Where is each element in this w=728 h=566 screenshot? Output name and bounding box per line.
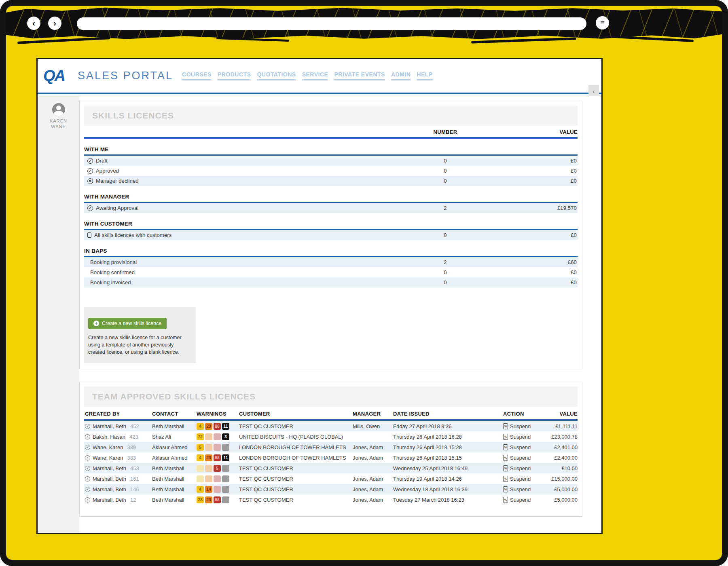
created-by-name: Wane, Karen xyxy=(93,455,123,461)
create-licence-box: + Create a new skills licence Create a n… xyxy=(84,307,196,363)
suspend-action[interactable]: %Suspend xyxy=(503,444,542,450)
back-icon: ‹ xyxy=(32,19,35,28)
licence-ref: 161 xyxy=(130,476,139,482)
created-by-cell: ✓Marshall, Beth12 xyxy=(84,497,152,503)
check-circle-icon: ✓ xyxy=(87,158,93,164)
warning-badge xyxy=(205,465,212,472)
contact-cell: Aklasur Ahmed xyxy=(152,444,197,450)
nav-item-admin[interactable]: ADMIN xyxy=(391,71,411,80)
nav-item-service[interactable]: SERVICE xyxy=(302,71,328,80)
row-value: £19,570 xyxy=(490,205,578,211)
section-title: WITH ME xyxy=(84,146,578,156)
create-skills-licence-button[interactable]: + Create a new skills licence xyxy=(88,318,167,329)
row-label-cell: Booking provisional xyxy=(84,259,401,265)
warning-badge xyxy=(222,486,229,493)
suspend-action[interactable]: %Suspend xyxy=(503,455,542,461)
table-row: ✓Marshall, Beth161Beth MarshallTEST QC C… xyxy=(84,473,578,484)
table-row[interactable]: Booking provisional2£60 xyxy=(84,257,578,267)
manager-cell: Jones, Adam xyxy=(353,497,393,503)
customer-cell: LONDON BOROUGH OF TOWER HAMLETS xyxy=(239,444,353,450)
warning-badge: 23 xyxy=(197,496,204,503)
value-cell: £10.00 xyxy=(542,465,578,471)
forward-icon: › xyxy=(53,19,56,28)
warning-badge: 4 xyxy=(197,486,204,493)
row-label: All skills licences with customers xyxy=(94,232,171,238)
row-label: Draft xyxy=(96,158,108,164)
warnings-cell: 5 xyxy=(197,465,239,472)
warning-badge xyxy=(214,475,221,482)
address-bar[interactable] xyxy=(77,17,586,30)
action-label: Suspend xyxy=(510,476,531,482)
licence-ref: 383 xyxy=(127,455,136,461)
contact-cell: Beth Marshall xyxy=(152,476,197,482)
row-label: Booking provisional xyxy=(90,259,137,265)
user-avatar person-icon[interactable] xyxy=(52,103,65,116)
warning-badge: 88 xyxy=(214,496,221,503)
nav-item-private-events[interactable]: PRIVATE EVENTS xyxy=(334,71,385,80)
suspend-action[interactable]: %Suspend xyxy=(503,423,542,429)
suspend-action[interactable]: %Suspend xyxy=(503,497,542,503)
hamburger-icon: ≡ xyxy=(600,19,605,27)
browser-back-button[interactable]: ‹ xyxy=(27,17,40,30)
browser-forward-button[interactable]: › xyxy=(48,17,61,30)
value-cell: £15,000.00 xyxy=(542,476,578,482)
table-row[interactable]: ✓Draft0£0 xyxy=(84,156,578,166)
table-row[interactable]: Booking invoiced0£0 xyxy=(84,277,578,287)
page-title: SALES PORTAL xyxy=(78,70,173,82)
warning-badge: 23 xyxy=(205,423,212,430)
row-label-cell: ✓Awaiting Approval xyxy=(84,205,401,211)
table-row: ✓Marshall, Beth452Beth Marshall4238811TE… xyxy=(84,421,578,431)
contact-cell: Beth Marshall xyxy=(152,486,197,492)
licence-ref: 12 xyxy=(130,497,136,503)
created-by-cell: ✓Wane, Karen389 xyxy=(84,444,152,450)
licence-ref: 146 xyxy=(130,486,139,492)
check-circle-icon: ✓ xyxy=(87,205,93,211)
column-header-action: ACTION xyxy=(503,411,542,417)
section-title: WITH MANAGER xyxy=(84,194,578,203)
create-description: Create a new skills licence for a custom… xyxy=(88,334,189,356)
suspend-action[interactable]: %Suspend xyxy=(503,434,542,440)
document-icon xyxy=(87,232,91,238)
nav-item-help[interactable]: HELP xyxy=(417,71,432,80)
action-label: Suspend xyxy=(510,497,531,503)
date-issued-cell: Thursday 26 April 2018 16:28 xyxy=(393,434,503,440)
panel-title: SKILLS LICENCES xyxy=(92,111,174,120)
created-by-cell: ✓Marshall, Beth452 xyxy=(84,423,152,429)
panel-title: TEAM APPROVED SKILLS LICENCES xyxy=(92,392,256,401)
nav-item-quotations[interactable]: QUOTATIONS xyxy=(257,71,296,80)
table-row[interactable]: ✓Awaiting Approval2£19,570 xyxy=(84,203,578,213)
check-circle-icon: ✓ xyxy=(87,168,93,174)
table-row: ✓Marshall, Beth453Beth Marshall5TEST QC … xyxy=(84,463,578,473)
warning-badge xyxy=(222,465,229,472)
nav-item-products[interactable]: PRODUCTS xyxy=(218,71,251,80)
table-row[interactable]: All skills licences with customers0£0 xyxy=(84,230,578,240)
table-row[interactable]: ✓Approved0£0 xyxy=(84,166,578,176)
suspend-invoice-icon: % xyxy=(503,486,508,492)
warning-badge: 3 xyxy=(222,433,229,440)
qa-logo[interactable]: QA xyxy=(43,67,65,84)
suspend-action[interactable]: %Suspend xyxy=(503,465,542,471)
warning-badge: 14 xyxy=(205,486,212,493)
suspend-action[interactable]: %Suspend xyxy=(503,486,542,492)
nav-item-courses[interactable]: COURSES xyxy=(182,71,212,80)
section-title: IN BAPS xyxy=(84,248,578,257)
table-row[interactable]: Booking confirmed0£0 xyxy=(84,267,578,277)
suspend-action[interactable]: %Suspend xyxy=(503,476,542,482)
browser-frame: ‹ › ≡ QA SALES PORTAL COURSESPRODUCTSQUO… xyxy=(0,0,728,566)
browser-menu-button[interactable]: ≡ xyxy=(596,16,609,30)
warnings-cell: 4238811 xyxy=(197,454,239,461)
panel-header: SKILLS LICENCES xyxy=(84,106,578,126)
value-cell: £2,401.00 xyxy=(542,444,578,450)
rail-collapse-button chevron-left-icon[interactable]: ‹ xyxy=(588,85,599,97)
licence-ref: 452 xyxy=(130,423,139,429)
check-circle-icon: ✓ xyxy=(85,455,90,460)
customer-cell: LONDON BOROUGH OF TOWER HAMLETS xyxy=(239,455,353,461)
suspend-invoice-icon: % xyxy=(503,476,508,482)
check-circle-icon: ✓ xyxy=(85,487,90,492)
table-row[interactable]: ✕Manager declined0£0 xyxy=(84,176,578,186)
column-header-blank xyxy=(84,129,401,135)
warning-badge: 5 xyxy=(197,444,204,451)
created-by-cell: ✓Baksh, Hasan423 xyxy=(84,434,152,440)
plus-circle-icon: + xyxy=(93,321,99,326)
date-issued-cell: Thursday 26 April 2018 15:15 xyxy=(393,455,503,461)
